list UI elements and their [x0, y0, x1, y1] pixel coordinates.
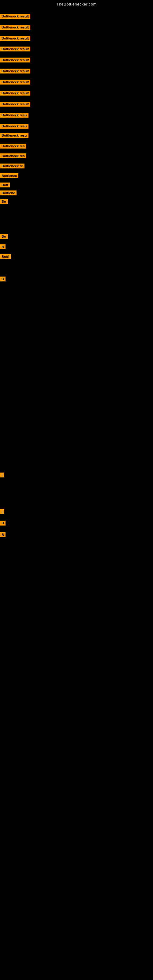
bottleneck-label-41: | — [0, 473, 4, 479]
bottleneck-label-25: B — [0, 277, 5, 283]
bottleneck-label-14: Bottleneck re — [0, 164, 24, 170]
bottleneck-label-18: Bo — [0, 199, 8, 205]
bottleneck-label-45: B — [0, 520, 5, 527]
bottleneck-label-1: Bottleneck result — [0, 25, 30, 31]
bottleneck-label-12: Bottleneck res — [0, 144, 26, 150]
bottleneck-label-4: Bottleneck result — [0, 57, 30, 64]
bottleneck-label-8: Bottleneck result — [0, 102, 30, 108]
bottleneck-label-7: Bottleneck result — [0, 91, 30, 97]
bottleneck-label-44: | — [0, 509, 4, 515]
bottleneck-label-0: Bottleneck result — [0, 14, 30, 20]
bottleneck-label-13: Bottleneck res — [0, 153, 26, 159]
bottleneck-label-9: Bottleneck resu — [0, 113, 29, 119]
bottleneck-label-2: Bottleneck result — [0, 36, 30, 42]
bottleneck-label-3: Bottleneck result — [0, 46, 30, 52]
bottleneck-label-22: B — [0, 244, 5, 250]
bottleneck-label-17: Bottlene — [0, 191, 16, 197]
bottleneck-label-11: Bottleneck resu — [0, 133, 29, 139]
bottleneck-label-10: Bottleneck resu — [0, 124, 29, 130]
site-title: TheBottlenecker.com — [0, 0, 153, 8]
bottleneck-label-16: Bott — [0, 183, 10, 189]
bottleneck-label-5: Bottleneck result — [0, 68, 30, 75]
bottleneck-label-6: Bottleneck result — [0, 80, 30, 86]
bottleneck-label-23: Bottl — [0, 254, 11, 260]
bottleneck-label-21: Bo — [0, 234, 8, 240]
bottleneck-label-46: B — [0, 532, 5, 538]
bottleneck-label-15: Bottlenec — [0, 173, 18, 180]
